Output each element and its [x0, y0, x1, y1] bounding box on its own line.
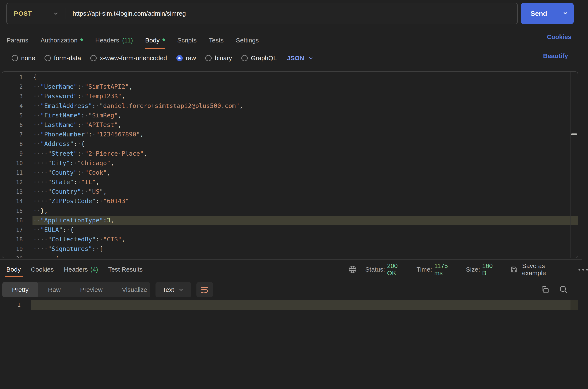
cookies-link[interactable]: Cookies — [547, 33, 572, 40]
editor-scrollbar-thumb[interactable] — [571, 133, 577, 135]
radio-x-www-form-urlencoded[interactable]: x-www-form-urlencoded — [90, 55, 167, 62]
send-label: Send — [531, 10, 547, 18]
response-tabs: Body Cookies Headers (4) Test Results — [6, 262, 143, 277]
chevron-down-icon — [52, 10, 59, 17]
copy-response-button[interactable] — [540, 285, 550, 294]
send-options-button[interactable] — [557, 3, 574, 24]
search-response-button[interactable] — [559, 285, 568, 294]
method-selector[interactable]: POST — [7, 3, 65, 24]
code-line-content: ··"Address":·{ — [23, 139, 84, 149]
view-tab-pretty[interactable]: Pretty — [2, 282, 38, 297]
code-line: 17··"EULA":·{ — [2, 225, 578, 235]
radio-label: raw — [186, 55, 196, 62]
code-line-content: ··"PhoneNumber":·"1234567890", — [23, 130, 144, 139]
radio-circle — [90, 55, 97, 61]
code-line-content: ····"Signatures":·[ — [23, 244, 103, 254]
radio-circle — [241, 55, 248, 61]
view-tab-raw[interactable]: Raw — [38, 282, 70, 297]
response-format-dropdown[interactable]: Text — [156, 282, 191, 297]
code-line: 4··"EmailAddress":·"daniel.forero+simtst… — [2, 101, 578, 111]
code-line-content: ··"Password":·"Temp123$", — [23, 92, 125, 101]
tab-tests[interactable]: Tests — [209, 32, 224, 49]
code-line-content: ····"County":·"Cook", — [23, 168, 111, 177]
url-input[interactable] — [65, 10, 517, 17]
editor-scrollbar-track — [570, 72, 578, 258]
code-line-content: ····"Street":·"2·Pierce·Place", — [23, 149, 147, 158]
response-tab-headers[interactable]: Headers (4) — [64, 262, 98, 277]
radio-none[interactable]: none — [12, 55, 35, 62]
code-line-content: ····"City":·"Chicago", — [23, 158, 114, 168]
send-button[interactable]: Send — [521, 3, 557, 24]
code-line-content: ··"EmailAddress":·"daniel.forero+simtsta… — [23, 101, 243, 111]
code-line: 9····"Street":·"2·Pierce·Place", — [2, 149, 578, 158]
code-line-content: ··"EULA":·{ — [23, 225, 74, 235]
code-line-content: ··}, — [23, 206, 48, 216]
view-tab-preview[interactable]: Preview — [70, 282, 112, 297]
view-tab-label: Raw — [48, 286, 60, 293]
code-line-content: ····"CollectedBy":·"CTS", — [23, 235, 125, 244]
code-line: 18····"CollectedBy":·"CTS", — [2, 235, 578, 244]
view-tab-label: Preview — [80, 286, 103, 293]
network-globe-icon — [348, 265, 357, 274]
radio-label: GraphQL — [251, 55, 277, 62]
line-number: 4 — [2, 101, 23, 111]
tab-label: Body — [6, 266, 21, 273]
radio-circle-selected — [176, 55, 183, 61]
radio-form-data[interactable]: form-data — [45, 55, 81, 62]
radio-circle — [205, 55, 212, 61]
code-line: 8··"Address":·{ — [2, 139, 578, 149]
more-actions-button[interactable] — [579, 269, 588, 270]
radio-raw[interactable]: raw — [176, 55, 196, 62]
code-line-content: ····"ZIPPostCode":·"60143" — [23, 196, 129, 206]
request-tabs: Params Authorization Headers (11) Body S… — [6, 32, 259, 49]
raw-format-dropdown[interactable]: JSON — [287, 55, 314, 62]
line-number: 15 — [2, 206, 23, 216]
tab-settings[interactable]: Settings — [236, 32, 259, 49]
response-line-number: 1 — [0, 300, 21, 310]
response-tab-body[interactable]: Body — [6, 262, 21, 277]
save-as-example-button[interactable]: Save as example — [510, 262, 570, 277]
send-button-group: Send — [521, 3, 574, 24]
tab-label: Authorization — [40, 37, 77, 44]
line-number: 6 — [2, 120, 23, 130]
request-body-editor[interactable]: 1{2··"UserName":·"SimTstAPI2",3··"Passwo… — [2, 71, 578, 258]
code-line: 14····"ZIPPostCode":·"60143" — [2, 196, 578, 206]
view-tab-visualize[interactable]: Visualize — [112, 282, 157, 297]
radio-binary[interactable]: binary — [205, 55, 232, 62]
code-line: 7··"PhoneNumber":·"1234567890", — [2, 130, 578, 139]
code-line-content: ······{ — [23, 254, 59, 258]
wrap-text-icon — [200, 285, 209, 294]
line-number: 17 — [2, 225, 23, 235]
time-value: 1175 ms — [434, 262, 458, 277]
code-line: 20······{ — [2, 254, 578, 258]
tab-label: Scripts — [177, 37, 197, 44]
response-tab-cookies[interactable]: Cookies — [31, 262, 54, 277]
tab-scripts[interactable]: Scripts — [177, 32, 197, 49]
tab-params[interactable]: Params — [6, 32, 28, 49]
right-rail-divider — [582, 0, 582, 389]
beautify-link[interactable]: Beautify — [543, 52, 568, 60]
time-label: Time: — [417, 266, 432, 273]
request-editor-lines: 1{2··"UserName":·"SimTstAPI2",3··"Passwo… — [2, 72, 578, 258]
tab-body[interactable]: Body — [145, 32, 165, 49]
tab-label: Test Results — [108, 266, 143, 273]
code-line: 10····"City":·"Chicago", — [2, 158, 578, 168]
view-tab-label: Pretty — [12, 286, 28, 293]
line-number: 8 — [2, 139, 23, 149]
response-tab-test-results[interactable]: Test Results — [108, 262, 143, 277]
tab-label: Settings — [236, 37, 259, 44]
save-icon — [510, 265, 518, 273]
tab-authorization[interactable]: Authorization — [40, 32, 83, 49]
tab-headers[interactable]: Headers (11) — [95, 32, 133, 49]
line-number: 14 — [2, 196, 23, 206]
code-line: 5··"FirstName":·"SimReg", — [2, 111, 578, 120]
code-line: 19····"Signatures":·[ — [2, 244, 578, 254]
code-line: 11····"County":·"Cook", — [2, 168, 578, 177]
radio-graphql[interactable]: GraphQL — [241, 55, 277, 62]
line-number: 13 — [2, 187, 23, 196]
tab-label: Headers — [64, 266, 88, 273]
wrap-lines-button[interactable] — [196, 282, 213, 297]
save-as-example-label: Save as example — [522, 262, 570, 277]
code-line-content: ··"UserName":·"SimTstAPI2", — [23, 82, 133, 92]
view-tab-label: Visualize — [122, 286, 147, 293]
